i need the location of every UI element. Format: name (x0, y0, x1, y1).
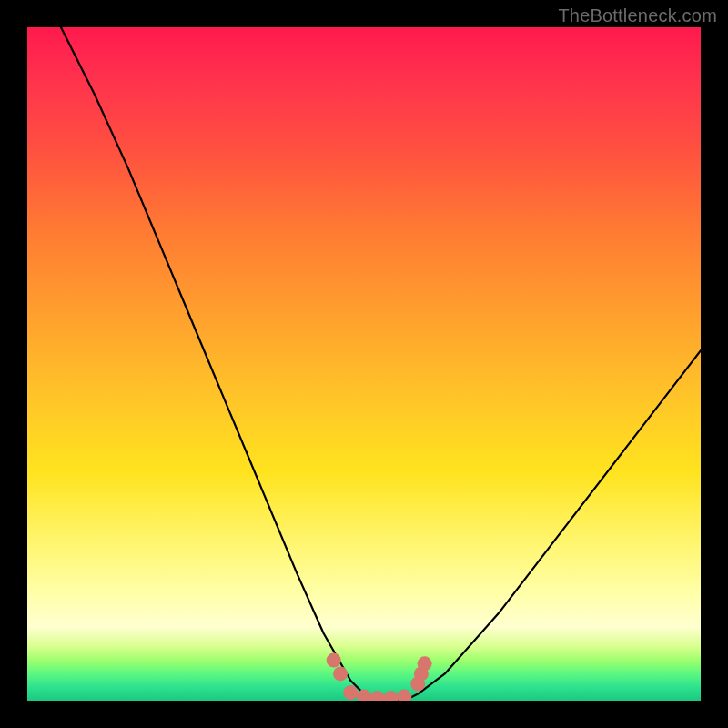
svg-point-0 (327, 653, 341, 668)
svg-point-6 (397, 690, 411, 701)
svg-point-5 (384, 691, 399, 701)
svg-point-3 (357, 690, 371, 701)
plot-area (27, 27, 701, 701)
chart-frame: TheBottleneck.com (0, 0, 728, 728)
svg-point-9 (418, 656, 432, 671)
highlight-dots (327, 653, 432, 701)
svg-point-2 (343, 685, 358, 700)
bottleneck-curve (61, 27, 701, 701)
svg-point-4 (370, 691, 385, 701)
curve-svg (27, 27, 701, 701)
svg-point-1 (333, 666, 348, 681)
watermark-text: TheBottleneck.com (558, 5, 717, 26)
